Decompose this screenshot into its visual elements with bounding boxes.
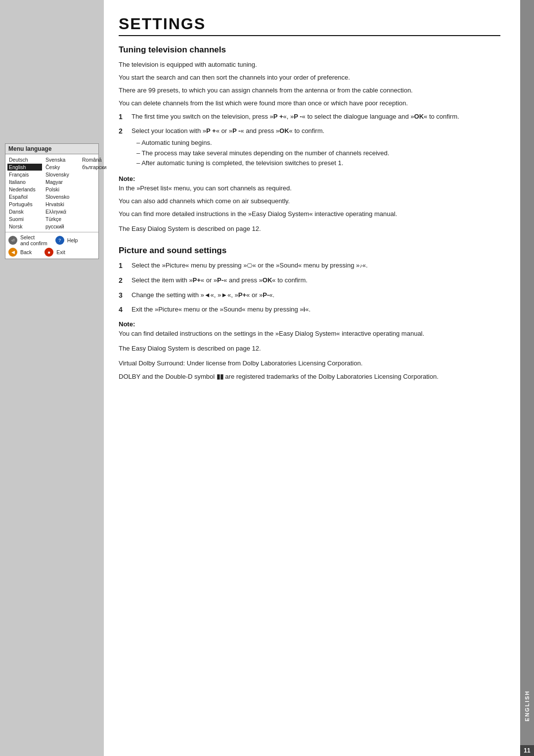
page-number: 11 <box>520 745 534 756</box>
lang-romana[interactable]: Română <box>81 156 115 163</box>
back-label: Back <box>20 249 32 255</box>
lang-col-3: Română български <box>81 156 115 230</box>
exit-label: Exit <box>56 249 65 255</box>
tuning-note: Note: In the »Preset list« menu, you can… <box>119 175 500 219</box>
right-sidebar: ENGLISH 11 <box>520 0 534 756</box>
tuning-note-text-2: You can also add channels which come on … <box>119 196 500 206</box>
step-number-2: 2 <box>119 126 127 170</box>
menu-language-title: Menu language <box>5 144 98 154</box>
left-sidebar: Menu language Deutsch English Français I… <box>0 0 104 756</box>
main-content: SETTINGS Tuning television channels The … <box>104 0 520 756</box>
lang-col-1: Deutsch English Français Italiano Nederl… <box>7 156 42 230</box>
select-icon: ⏎ <box>8 236 17 245</box>
lang-greek[interactable]: Ελληνικά <box>44 208 79 215</box>
tuning-step-1: 1 The first time you switch on the telev… <box>119 112 500 123</box>
lang-italiano[interactable]: Italiano <box>7 178 42 185</box>
lang-col-2: Svenska Česky Slovensky Magyar Polski Sl… <box>44 156 79 230</box>
lang-english[interactable]: English <box>7 164 42 171</box>
sub-item-1: Automatic tuning begins. <box>132 138 389 148</box>
tuning-note-label: Note: <box>119 175 500 182</box>
step-2-content: Select your location with »P +« or »P -«… <box>132 126 389 170</box>
tuning-intro-1: The television is equipped with automati… <box>119 60 500 70</box>
lang-magyar[interactable]: Magyar <box>44 178 79 185</box>
sub-item-2: The process may take several minutes dep… <box>132 148 389 158</box>
pic-step-text-4: Exit the »Picture« menu or the »Sound« m… <box>132 305 311 315</box>
tuning-note-text-1: In the »Preset list« menu, you can sort … <box>119 183 500 193</box>
picture-step-3: 3 Change the setting with »◄«, »►«, »P+«… <box>119 290 500 301</box>
language-columns: Deutsch English Français Italiano Nederl… <box>5 154 98 232</box>
dolby-text-1: Virtual Dolby Surround: Under license fr… <box>119 358 500 368</box>
tuning-section-title: Tuning television channels <box>119 45 500 55</box>
picture-step-4: 4 Exit the »Picture« menu or the »Sound«… <box>119 305 500 315</box>
menu-footer: ⏎ Selectand confirm ? Help ◀ Back ■ Exit <box>5 232 98 259</box>
pic-step-number-2: 2 <box>119 275 127 286</box>
pic-step-text-2: Select the item with »P+« or »P-« and pr… <box>132 275 308 286</box>
picture-note-text: You can find detailed instructions on th… <box>119 329 500 339</box>
lang-nederlands[interactable]: Nederlands <box>7 186 42 193</box>
lang-polski[interactable]: Polski <box>44 186 79 193</box>
tuning-intro-4: You can delete channels from the list wh… <box>119 98 500 108</box>
dolby-text-2: DOLBY and the Double-D symbol ▮▮ are reg… <box>119 372 500 382</box>
lang-espanol[interactable]: Español <box>7 193 42 200</box>
footer-select: ⏎ Selectand confirm ? Help <box>8 234 95 246</box>
help-label: Help <box>67 237 78 243</box>
pic-step-number-3: 3 <box>119 290 127 301</box>
tuning-steps: 1 The first time you switch on the telev… <box>119 112 500 170</box>
lang-bulgarian[interactable]: български <box>81 164 115 171</box>
tuning-note-text-3: You can find more detailed instructions … <box>119 209 500 219</box>
tuning-intro-2: You start the search and can then sort t… <box>119 73 500 83</box>
lang-russian[interactable]: русский <box>44 223 79 230</box>
lang-hrvatski[interactable]: Hrvatski <box>44 201 79 208</box>
tuning-intro-3: There are 99 presets, to which you can a… <box>119 86 500 95</box>
pic-step-text-1: Select the »Picture« menu by pressing »🖵… <box>132 261 368 271</box>
back-icon: ◀ <box>8 248 17 257</box>
step-text-1: The first time you switch on the televis… <box>132 112 459 123</box>
lang-dansk[interactable]: Dansk <box>7 208 42 215</box>
lang-norsk[interactable]: Norsk <box>7 223 42 230</box>
lang-turkce[interactable]: Türkçe <box>44 216 79 222</box>
picture-note-footer: The Easy Dialog System is described on p… <box>119 344 500 354</box>
pic-step-text-3: Change the setting with »◄«, »►«, »P+« o… <box>132 290 274 301</box>
footer-back: ◀ Back ■ Exit <box>8 248 95 257</box>
picture-note-label: Note: <box>119 320 500 328</box>
help-icon: ? <box>55 236 64 245</box>
english-tab: ENGLISH <box>522 685 532 726</box>
page-title: SETTINGS <box>119 15 500 36</box>
step-2-sub: Automatic tuning begins. The process may… <box>132 138 389 168</box>
lang-slovensky[interactable]: Slovensky <box>44 171 79 178</box>
picture-note: Note: You can find detailed instructions… <box>119 320 500 339</box>
lang-portugues[interactable]: Português <box>7 201 42 208</box>
picture-step-2: 2 Select the item with »P+« or »P-« and … <box>119 275 500 286</box>
step-number-1: 1 <box>119 112 127 123</box>
sub-item-3: After automatic tuning is completed, the… <box>132 158 389 168</box>
lang-cesky[interactable]: Česky <box>44 164 79 171</box>
lang-slovensko[interactable]: Slovensko <box>44 193 79 200</box>
tuning-note-footer: The Easy Dialog System is described on p… <box>119 224 500 234</box>
exit-icon: ■ <box>44 248 53 257</box>
lang-suomi[interactable]: Suomi <box>7 216 42 222</box>
pic-step-number-4: 4 <box>119 305 127 315</box>
step-text-2: Select your location with »P +« or »P -«… <box>132 127 324 134</box>
picture-section-title: Picture and sound settings <box>119 246 500 256</box>
pic-step-number-1: 1 <box>119 261 127 271</box>
select-label: Selectand confirm <box>20 234 47 246</box>
lang-francais[interactable]: Français <box>7 171 42 178</box>
lang-deutsch[interactable]: Deutsch <box>7 156 42 163</box>
tuning-step-2: 2 Select your location with »P +« or »P … <box>119 126 500 170</box>
picture-step-1: 1 Select the »Picture« menu by pressing … <box>119 261 500 271</box>
picture-steps: 1 Select the »Picture« menu by pressing … <box>119 261 500 315</box>
lang-svenska[interactable]: Svenska <box>44 156 79 163</box>
menu-language-box: Menu language Deutsch English Français I… <box>5 143 99 259</box>
